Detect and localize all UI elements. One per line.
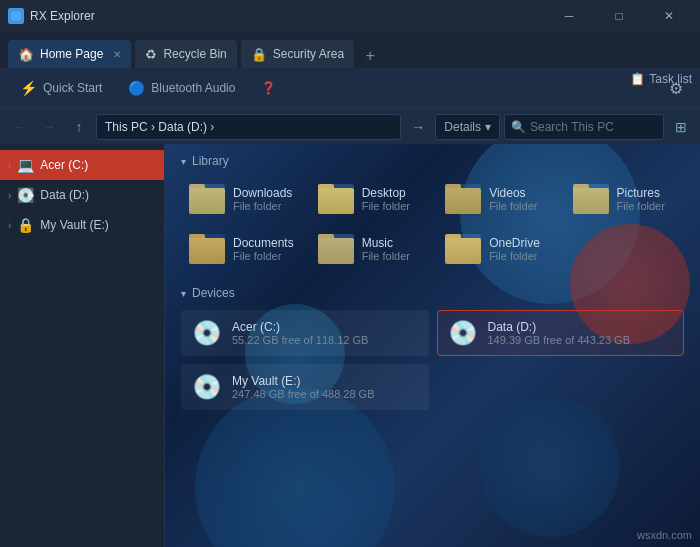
folder-icon — [189, 184, 225, 214]
drive-icon: 💿 — [192, 373, 222, 401]
content-inner: ▾ Library Downloads File folder — [165, 144, 700, 547]
devices-grid: 💿 Acer (C:) 55.22 GB free of 118.12 GB 💿… — [181, 310, 684, 410]
close-button[interactable]: ✕ — [646, 0, 692, 32]
device-name: My Vault (E:) — [232, 374, 374, 388]
nav-help[interactable]: ❓ — [249, 70, 288, 106]
back-button[interactable]: ← — [6, 114, 32, 140]
device-name: Acer (C:) — [232, 320, 368, 334]
file-type: File folder — [617, 200, 665, 212]
tab-home-page[interactable]: 🏠 Home Page ✕ — [8, 40, 131, 68]
folder-icon — [445, 234, 481, 264]
minimize-button[interactable]: ─ — [546, 0, 592, 32]
list-item[interactable]: 💿 Data (D:) 149.39 GB free of 443.23 GB — [437, 310, 685, 356]
file-name: Downloads — [233, 186, 292, 200]
content-panel: ▾ Library Downloads File folder — [165, 144, 700, 547]
search-icon: 🔍 — [511, 120, 526, 134]
file-type: File folder — [489, 250, 540, 262]
vault-icon: 🔒 — [17, 217, 34, 233]
chevron-icon: › — [8, 160, 11, 171]
details-button[interactable]: Details ▾ — [435, 114, 500, 140]
file-type: File folder — [233, 250, 294, 262]
list-item[interactable]: Desktop File folder — [310, 178, 429, 220]
library-grid: Downloads File folder Desk — [181, 178, 684, 270]
folder-icon — [318, 184, 354, 214]
address-bar-row: ← → ↑ This PC › Data (D:) › → Details ▾ … — [0, 108, 700, 144]
file-type: File folder — [489, 200, 537, 212]
list-item[interactable]: Documents File folder — [181, 228, 302, 270]
tab-bar: 🏠 Home Page ✕ ♻ Recycle Bin 🔒 Security A… — [0, 32, 700, 68]
library-section-label: Library — [192, 154, 229, 168]
nav-quick-start[interactable]: ⚡ Quick Start — [8, 70, 114, 106]
file-name: Music — [362, 236, 410, 250]
maximize-button[interactable]: □ — [596, 0, 642, 32]
go-button[interactable]: → — [405, 114, 431, 140]
sidebar-item-data[interactable]: › 💽 Data (D:) — [0, 180, 164, 210]
view-button[interactable]: ⊞ — [668, 114, 694, 140]
add-tab-button[interactable]: + — [358, 44, 382, 68]
devices-section-label: Devices — [192, 286, 235, 300]
folder-icon — [189, 234, 225, 264]
tab-home-label: Home Page — [40, 47, 103, 61]
list-item[interactable]: 💿 Acer (C:) 55.22 GB free of 118.12 GB — [181, 310, 429, 356]
nav-bluetooth-label: Bluetooth Audio — [151, 81, 235, 95]
tab-close-icon[interactable]: ✕ — [113, 49, 121, 60]
address-bar[interactable]: This PC › Data (D:) › — [96, 114, 401, 140]
help-icon: ❓ — [261, 81, 276, 95]
file-name: Videos — [489, 186, 537, 200]
tab-recycle-bin[interactable]: ♻ Recycle Bin — [135, 40, 236, 68]
app-icon — [8, 8, 24, 24]
up-button[interactable]: ↑ — [66, 114, 92, 140]
details-arrow-icon: ▾ — [485, 120, 491, 134]
drive-icon: 💿 — [448, 319, 478, 347]
list-item[interactable]: 💿 My Vault (E:) 247.48 GB free of 488.28… — [181, 364, 429, 410]
sidebar: › 💻 Acer (C:) › 💽 Data (D:) › 🔒 My Vault… — [0, 144, 165, 547]
device-space: 55.22 GB free of 118.12 GB — [232, 334, 368, 346]
chevron-icon: › — [8, 190, 11, 201]
search-box[interactable]: 🔍 Search This PC — [504, 114, 664, 140]
device-space: 149.39 GB free of 443.23 GB — [488, 334, 630, 346]
file-name: Desktop — [362, 186, 410, 200]
devices-section-header: ▾ Devices — [181, 286, 684, 300]
folder-icon — [445, 184, 481, 214]
svg-rect-0 — [11, 11, 21, 21]
tab-security-area[interactable]: 🔒 Security Area — [241, 40, 354, 68]
drive-d-icon: 💽 — [17, 187, 34, 203]
nav-tabs-bar: ⚡ Quick Start 🔵 Bluetooth Audio ❓ 📋 Task… — [0, 68, 700, 108]
search-placeholder: Search This PC — [530, 120, 614, 134]
lock-icon: 🔒 — [251, 47, 267, 62]
settings-button[interactable]: ⚙ — [660, 72, 692, 104]
list-item[interactable]: Downloads File folder — [181, 178, 302, 220]
sidebar-item-acer[interactable]: › 💻 Acer (C:) — [0, 150, 164, 180]
file-type: File folder — [362, 250, 410, 262]
drive-c-icon: 💻 — [17, 157, 34, 173]
list-item[interactable]: OneDrive File folder — [437, 228, 556, 270]
folder-icon — [573, 184, 609, 214]
main-area: › 💻 Acer (C:) › 💽 Data (D:) › 🔒 My Vault… — [0, 144, 700, 547]
file-name: OneDrive — [489, 236, 540, 250]
details-label: Details — [444, 120, 481, 134]
nav-bluetooth[interactable]: 🔵 Bluetooth Audio — [116, 70, 247, 106]
folder-icon — [318, 234, 354, 264]
library-chevron-icon: ▾ — [181, 156, 186, 167]
list-item[interactable]: Pictures File folder — [565, 178, 684, 220]
file-name: Pictures — [617, 186, 665, 200]
library-section-header: ▾ Library — [181, 154, 684, 168]
task-list-icon: 📋 — [630, 72, 645, 86]
quick-start-icon: ⚡ — [20, 80, 37, 96]
sidebar-acer-label: Acer (C:) — [40, 158, 88, 172]
sidebar-vault-label: My Vault (E:) — [40, 218, 108, 232]
watermark: wsxdn.com — [637, 529, 692, 541]
recycle-icon: ♻ — [145, 47, 157, 62]
app-title: RX Explorer — [30, 9, 95, 23]
list-item[interactable]: Videos File folder — [437, 178, 556, 220]
device-name: Data (D:) — [488, 320, 630, 334]
chevron-icon: › — [8, 220, 11, 231]
nav-quick-start-label: Quick Start — [43, 81, 102, 95]
sidebar-item-vault[interactable]: › 🔒 My Vault (E:) — [0, 210, 164, 240]
sidebar-data-label: Data (D:) — [40, 188, 89, 202]
tab-security-label: Security Area — [273, 47, 344, 61]
tab-recycle-label: Recycle Bin — [163, 47, 226, 61]
devices-chevron-icon: ▾ — [181, 288, 186, 299]
list-item[interactable]: Music File folder — [310, 228, 429, 270]
forward-button[interactable]: → — [36, 114, 62, 140]
